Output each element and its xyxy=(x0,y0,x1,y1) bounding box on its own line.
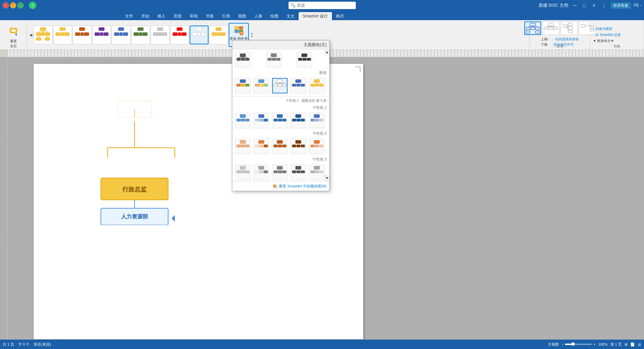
search-box[interactable]: 🔍 xyxy=(289,2,356,9)
colorful-thumb-1[interactable] xyxy=(235,78,251,93)
scroll-left-button[interactable]: ◀ xyxy=(28,20,33,49)
minimize-button[interactable]: — xyxy=(10,2,16,8)
zoom-percent: 100% xyxy=(598,342,608,346)
svg-rect-196 xyxy=(319,171,323,173)
primary-thumb-3[interactable] xyxy=(297,52,312,68)
svg-rect-109 xyxy=(302,54,307,57)
accent2-thumb-2[interactable] xyxy=(254,139,269,154)
tab-home[interactable]: 开始 xyxy=(137,12,153,20)
maximize-button[interactable]: □ xyxy=(17,2,24,8)
revert-button[interactable]: ↑ 从 SmartArt 还原 xyxy=(593,32,621,38)
accent3-thumb-5[interactable] xyxy=(309,165,325,180)
search-input[interactable] xyxy=(297,3,351,8)
tab-file[interactable]: 文件 xyxy=(121,12,137,20)
style-thumb-6[interactable] xyxy=(131,26,150,44)
zoom-slider[interactable]: − + xyxy=(562,342,596,346)
minimize-icon[interactable]: ─ xyxy=(571,2,578,9)
print-mode-icon[interactable]: 🖨 xyxy=(638,342,641,346)
accent1-thumb-5[interactable] xyxy=(309,113,325,128)
read-mode-icon[interactable]: 📄 xyxy=(630,342,635,347)
move-up-button[interactable]: 上移↑ xyxy=(541,37,549,42)
svg-rect-5 xyxy=(45,33,50,36)
smartart-diagram[interactable]: 行政总监 人力资源部 xyxy=(74,81,259,225)
tab-reference[interactable]: 引用 xyxy=(218,12,234,20)
svg-rect-33 xyxy=(143,33,147,36)
svg-rect-151 xyxy=(297,119,300,121)
accent3-thumb-1[interactable] xyxy=(235,165,251,180)
accent1-thumb-1[interactable] xyxy=(235,113,251,128)
panel-scroll-up[interactable]: ▲ xyxy=(325,49,329,55)
help-text[interactable]: 联系客服 xyxy=(611,2,631,9)
view-mode-icon[interactable]: ⊞ xyxy=(624,342,628,347)
convert-button[interactable]: ↓ 转换为图形 xyxy=(593,26,612,32)
svg-rect-48 xyxy=(217,33,220,36)
accent2-thumb-1[interactable] xyxy=(235,139,251,154)
add-shape-before-label[interactable]: ·在前面添加形状 xyxy=(555,37,579,42)
accent3-thumb-4[interactable] xyxy=(291,165,306,180)
accent1-thumb-4[interactable] xyxy=(291,113,306,128)
tab-face[interactable]: 人脸 xyxy=(250,12,266,20)
layout-icon-2[interactable] xyxy=(542,21,559,35)
section2-title: 个性色 2 xyxy=(232,130,329,137)
close-icon[interactable]: × xyxy=(591,2,597,9)
zoom-out-button[interactable]: − xyxy=(562,342,564,346)
svg-rect-141 xyxy=(259,115,264,118)
svg-rect-46 xyxy=(216,28,221,31)
svg-rect-42 xyxy=(196,28,202,31)
accent2-thumb-3[interactable] xyxy=(272,139,288,154)
tab-page[interactable]: 页面 xyxy=(169,12,186,20)
move-down-button[interactable]: 下移 xyxy=(541,42,547,47)
layout-icon-1[interactable] xyxy=(524,21,541,35)
tab-insert[interactable]: 插入 xyxy=(153,12,169,20)
panel-footer[interactable]: 🎨 重置 SmartArt 中的颜色图(R) xyxy=(232,181,329,191)
accent3-thumb-2[interactable] xyxy=(254,165,269,180)
svg-rect-184 xyxy=(264,171,268,173)
tab-text[interactable]: 文文 xyxy=(282,12,299,20)
svg-rect-108 xyxy=(276,58,280,60)
style-thumb-5[interactable] xyxy=(112,26,130,44)
accent1-thumb-3[interactable] xyxy=(272,113,288,128)
fe-label: FE - xyxy=(634,3,641,8)
more-icon[interactable]: ⋮ xyxy=(600,2,608,8)
tab-review[interactable]: 审阅 xyxy=(186,12,202,20)
layout-icon-3[interactable] xyxy=(561,21,577,35)
tab-view[interactable]: 视图 xyxy=(234,12,250,20)
style-thumb-8[interactable] xyxy=(170,26,189,44)
tab-bookmark[interactable]: 书签 xyxy=(202,12,218,20)
tab-draw[interactable]: 绘图 xyxy=(266,12,282,20)
colorful-thumb-5[interactable] xyxy=(309,78,325,93)
svg-rect-66 xyxy=(544,27,548,30)
close-button[interactable]: × xyxy=(3,2,9,8)
restore-icon[interactable]: □ xyxy=(581,2,588,9)
primary-thumb-2[interactable] xyxy=(266,52,281,68)
colorful-thumb-4[interactable] xyxy=(291,78,306,93)
style-thumb-9[interactable] xyxy=(190,26,209,44)
tab-format[interactable]: 格式 xyxy=(332,12,348,20)
add-bullet-label[interactable]: ·添加项目符号 xyxy=(553,42,574,47)
svg-rect-115 xyxy=(241,84,245,86)
accent2-thumb-5[interactable] xyxy=(309,139,325,154)
svg-rect-74 xyxy=(568,23,572,26)
style-thumb-4[interactable] xyxy=(92,26,111,44)
accent3-thumb-3[interactable] xyxy=(272,165,288,180)
style-thumb-10[interactable] xyxy=(209,26,228,44)
style-thumb-3[interactable] xyxy=(73,26,91,44)
svg-rect-51 xyxy=(235,30,238,33)
panel-scroll-down[interactable]: ▼ xyxy=(325,175,329,181)
primary-color-grid xyxy=(232,49,329,69)
style-thumb-7[interactable] xyxy=(151,26,169,44)
tab-smartart-design[interactable]: SmartArt 设计 xyxy=(299,12,332,20)
style-thumb-2[interactable] xyxy=(53,26,72,44)
zoom-in-button[interactable]: + xyxy=(593,342,595,346)
colorful-thumb-3[interactable] xyxy=(272,78,288,93)
append-text-button[interactable]: ▼ 附加本文▼ xyxy=(593,38,614,44)
style-thumb-1[interactable] xyxy=(34,26,52,44)
accent1-thumb-2[interactable] xyxy=(254,113,269,128)
svg-rect-153 xyxy=(314,115,319,118)
reset-label: 重置 xyxy=(10,39,17,44)
primary-thumb-1[interactable] xyxy=(235,52,251,68)
layout-label[interactable]: 主视图 xyxy=(548,342,559,347)
colorful-thumb-2[interactable] xyxy=(254,78,269,93)
accent2-thumb-4[interactable] xyxy=(291,139,306,154)
reset-button[interactable]: 重置 xyxy=(7,25,20,45)
